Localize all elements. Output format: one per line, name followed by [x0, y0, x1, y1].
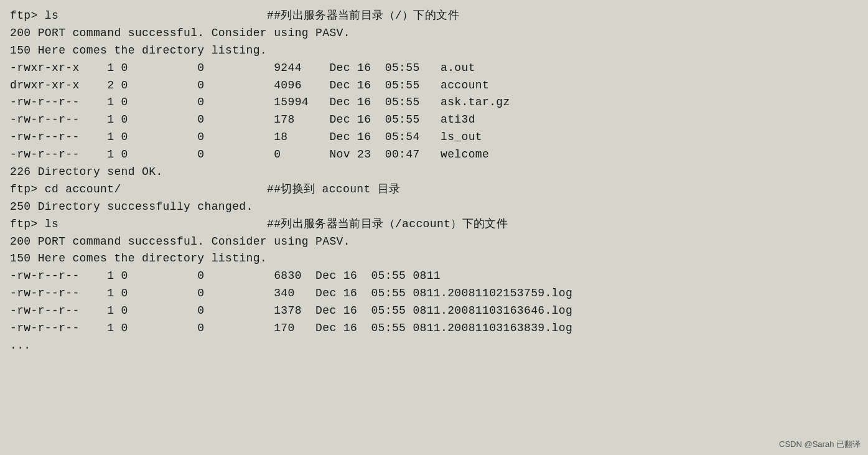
terminal-line-5: drwxr-xr-x 2 0 0 4096 Dec 16 05:55 accou…	[10, 77, 858, 95]
terminal-line-9: -rw-r--r-- 1 0 0 0 Nov 23 00:47 welcome	[10, 146, 858, 164]
terminal-line-20: ...	[10, 337, 858, 355]
terminal-line-8: -rw-r--r-- 1 0 0 18 Dec 16 05:54 ls_out	[10, 129, 858, 146]
terminal-line-1: ftp> ls ##列出服务器当前目录（/）下的文件	[10, 7, 858, 25]
terminal-line-19: -rw-r--r-- 1 0 0 170 Dec 16 05:55 0811.2…	[10, 320, 858, 337]
terminal-window: ftp> ls ##列出服务器当前目录（/）下的文件200 PORT comma…	[0, 0, 868, 455]
terminal-line-10: 226 Directory send OK.	[10, 164, 858, 181]
terminal-line-7: -rw-r--r-- 1 0 0 178 Dec 16 05:55 ati3d	[10, 111, 858, 129]
terminal-line-4: -rwxr-xr-x 1 0 0 9244 Dec 16 05:55 a.out	[10, 60, 858, 77]
terminal-line-15: 150 Here comes the directory listing.	[10, 250, 858, 268]
terminal-line-12: 250 Directory successfully changed.	[10, 199, 858, 216]
terminal-line-17: -rw-r--r-- 1 0 0 340 Dec 16 05:55 0811.2…	[10, 285, 858, 303]
terminal-line-13: ftp> ls ##列出服务器当前目录（/account）下的文件	[10, 216, 858, 233]
terminal-line-16: -rw-r--r-- 1 0 0 6830 Dec 16 05:55 0811	[10, 268, 858, 285]
terminal-line-18: -rw-r--r-- 1 0 0 1378 Dec 16 05:55 0811.…	[10, 303, 858, 320]
terminal-line-14: 200 PORT command successful. Consider us…	[10, 233, 858, 251]
terminal-line-6: -rw-r--r-- 1 0 0 15994 Dec 16 05:55 ask.…	[10, 94, 858, 111]
terminal-line-11: ftp> cd account/ ##切换到 account 目录	[10, 181, 858, 199]
terminal-line-3: 150 Here comes the directory listing.	[10, 42, 858, 60]
terminal-line-2: 200 PORT command successful. Consider us…	[10, 25, 858, 42]
watermark: CSDN @Sarah 已翻译	[779, 439, 861, 450]
